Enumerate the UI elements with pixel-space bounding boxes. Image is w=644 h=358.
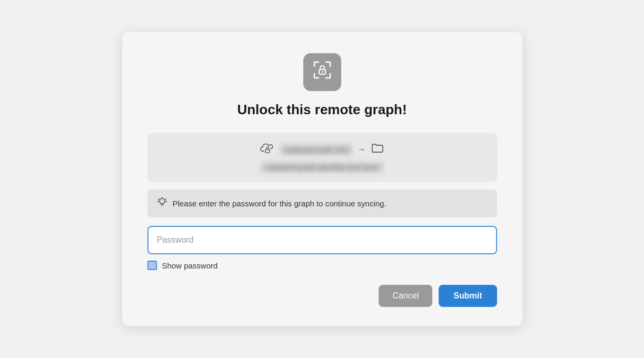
cloud-lock-icon [260, 142, 275, 157]
password-input[interactable] [147, 226, 497, 254]
cancel-button[interactable]: Cancel [379, 285, 432, 307]
show-password-row: Show password [147, 261, 497, 270]
graph-path-text: redacted path info [280, 144, 352, 155]
hint-text: Please enter the password for this graph… [173, 199, 387, 208]
dialog-icon-container [303, 53, 341, 91]
unlock-dialog: Unlock this remote graph! redacted path … [122, 32, 522, 326]
graph-id-text: redacted graph identifier text here [261, 162, 383, 173]
svg-rect-2 [265, 150, 270, 153]
folder-icon [371, 143, 384, 156]
graph-path-row: redacted path info → [260, 142, 383, 157]
show-password-checkbox[interactable] [147, 261, 157, 270]
buttons-row: Cancel Submit [147, 285, 497, 307]
show-password-label[interactable]: Show password [162, 261, 218, 270]
lightbulb-icon [157, 197, 167, 210]
submit-button[interactable]: Submit [439, 285, 497, 307]
arrow-icon: → [358, 145, 366, 154]
dialog-title: Unlock this remote graph! [237, 102, 407, 118]
hint-box: Please enter the password for this graph… [147, 190, 497, 217]
svg-point-3 [160, 198, 165, 204]
lock-scan-icon [312, 60, 332, 84]
svg-point-1 [321, 71, 323, 73]
graph-info-box: redacted path info → redacted graph iden… [147, 133, 497, 182]
